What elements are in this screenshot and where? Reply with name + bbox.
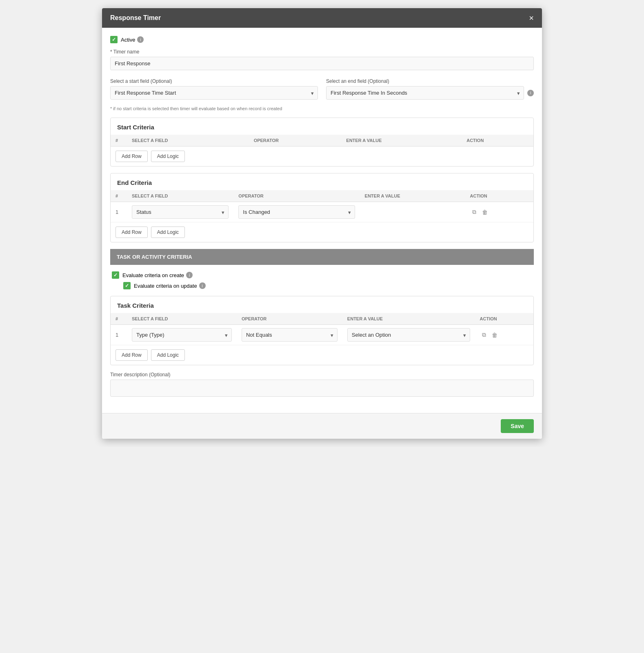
end-criteria-title: End Criteria xyxy=(111,173,533,190)
end-row-1-field: Status ▾ xyxy=(127,202,233,222)
hint-text: * if no start criteria is selected then … xyxy=(110,106,534,111)
task-col-action: ACTION xyxy=(475,313,533,325)
description-group: Timer description (Optional) xyxy=(110,372,534,397)
active-row: Active i xyxy=(110,36,534,43)
task-row-1-operator-select[interactable]: Not Equals xyxy=(242,328,338,342)
save-button[interactable]: Save xyxy=(501,419,534,433)
evaluate-on-update-checkbox[interactable] xyxy=(123,282,131,289)
end-criteria-body: 1 Status ▾ Is xyxy=(111,202,533,222)
evaluate-on-create-info-icon[interactable]: i xyxy=(186,272,193,278)
end-row-1-field-select[interactable]: Status xyxy=(132,205,229,219)
evaluate-on-update-info-icon[interactable]: i xyxy=(199,282,206,289)
task-col-field: SELECT A FIELD xyxy=(127,313,237,325)
task-add-row-button[interactable]: Add Row xyxy=(115,349,148,361)
start-col-value: ENTER A VALUE xyxy=(341,135,462,147)
end-field-select[interactable]: First Response Time In Seconds xyxy=(326,86,524,100)
active-info-icon[interactable]: i xyxy=(137,36,144,43)
task-criteria-table: # SELECT A FIELD OPERATOR ENTER A VALUE … xyxy=(111,313,533,345)
task-col-operator: OPERATOR xyxy=(237,313,342,325)
fields-row: Select a start field (Optional) First Re… xyxy=(110,78,534,100)
end-add-logic-button[interactable]: Add Logic xyxy=(151,227,185,238)
modal-body: Active i * Timer name Select a start fie… xyxy=(102,28,542,413)
end-col-field: SELECT A FIELD xyxy=(127,190,233,202)
timer-name-group: * Timer name xyxy=(110,49,534,70)
table-row: 1 Type (Type) ▾ xyxy=(111,325,533,345)
task-criteria-title: Task Criteria xyxy=(111,296,533,313)
evaluate-on-create-row: Evaluate criteria on create i xyxy=(112,271,534,279)
description-input[interactable] xyxy=(110,380,534,397)
modal-title: Response Timer xyxy=(110,14,161,22)
end-add-row-button[interactable]: Add Row xyxy=(115,227,148,238)
start-field-group: Select a start field (Optional) First Re… xyxy=(110,78,318,100)
table-row: 1 Status ▾ Is xyxy=(111,202,533,222)
start-col-field: SELECT A FIELD xyxy=(127,135,249,147)
evaluate-rows: Evaluate criteria on create i Evaluate c… xyxy=(110,271,534,289)
task-col-num: # xyxy=(111,313,127,325)
end-col-value: ENTER A VALUE xyxy=(360,190,465,202)
task-col-value: ENTER A VALUE xyxy=(342,313,475,325)
start-field-label: Select a start field (Optional) xyxy=(110,78,318,84)
end-criteria-section: End Criteria # SELECT A FIELD OPERATOR E… xyxy=(110,173,534,242)
start-add-logic-button[interactable]: Add Logic xyxy=(151,151,185,162)
task-criteria-btn-row: Add Row Add Logic xyxy=(111,345,533,365)
task-row-1-field: Type (Type) ▾ xyxy=(127,325,237,345)
evaluate-on-update-label: Evaluate criteria on update xyxy=(134,283,197,289)
task-criteria-body: 1 Type (Type) ▾ xyxy=(111,325,533,345)
end-row-1-action-icons: ⧉ 🗑 xyxy=(470,208,529,216)
timer-name-label: * Timer name xyxy=(110,49,534,55)
evaluate-on-create-checkbox[interactable] xyxy=(112,271,119,279)
start-field-select[interactable]: First Response Time Start xyxy=(110,86,318,100)
end-row-1-value xyxy=(360,202,465,222)
end-row-1-actions: ⧉ 🗑 xyxy=(465,202,533,222)
task-row-1-value-select[interactable]: Select an Option xyxy=(347,328,470,342)
start-criteria-table: # SELECT A FIELD OPERATOR ENTER A VALUE … xyxy=(111,135,533,147)
modal-footer: Save xyxy=(102,413,542,439)
start-criteria-btn-row: Add Row Add Logic xyxy=(111,147,533,166)
task-row-1-num: 1 xyxy=(111,325,127,345)
end-row-1-operator-select[interactable]: Is Changed xyxy=(238,205,355,219)
end-row-1-copy-button[interactable]: ⧉ xyxy=(470,208,478,216)
end-field-wrapper: First Response Time In Seconds ▾ i xyxy=(326,86,534,100)
task-row-1-copy-button[interactable]: ⧉ xyxy=(480,331,488,339)
start-criteria-title: Start Criteria xyxy=(111,118,533,135)
start-col-action: ACTION xyxy=(462,135,533,147)
end-row-1-delete-button[interactable]: 🗑 xyxy=(480,208,490,216)
end-col-action: ACTION xyxy=(465,190,533,202)
start-col-operator: OPERATOR xyxy=(249,135,342,147)
end-criteria-btn-row: Add Row Add Logic xyxy=(111,222,533,242)
task-add-logic-button[interactable]: Add Logic xyxy=(151,349,185,361)
active-checkbox[interactable] xyxy=(110,36,118,43)
end-col-num: # xyxy=(111,190,127,202)
active-label: Active xyxy=(121,37,135,43)
end-row-1-operator: Is Changed ▾ xyxy=(233,202,360,222)
task-row-1-delete-button[interactable]: 🗑 xyxy=(490,331,500,339)
task-activity-header: TASK OR ACTIVITY CRITERIA xyxy=(110,249,534,265)
description-label: Timer description (Optional) xyxy=(110,372,534,378)
task-row-1-value: Select an Option ▾ xyxy=(342,325,475,345)
end-col-operator: OPERATOR xyxy=(233,190,360,202)
end-row-1-num: 1 xyxy=(111,202,127,222)
timer-name-input[interactable] xyxy=(110,57,534,70)
end-field-select-wrapper: First Response Time In Seconds ▾ xyxy=(326,86,524,100)
end-criteria-table: # SELECT A FIELD OPERATOR ENTER A VALUE … xyxy=(111,190,533,222)
response-timer-modal: Response Timer × Active i * Timer name S… xyxy=(102,8,542,439)
start-criteria-section: Start Criteria # SELECT A FIELD OPERATOR… xyxy=(110,118,534,167)
task-row-1-action-icons: ⧉ 🗑 xyxy=(480,331,529,339)
task-row-1-actions: ⧉ 🗑 xyxy=(475,325,533,345)
modal-header: Response Timer × xyxy=(102,8,542,28)
end-field-label: Select an end field (Optional) xyxy=(326,78,534,84)
evaluate-on-update-row: Evaluate criteria on update i xyxy=(112,282,534,289)
task-row-1-operator: Not Equals ▾ xyxy=(237,325,342,345)
task-activity-title: TASK OR ACTIVITY CRITERIA xyxy=(117,254,192,260)
close-button[interactable]: × xyxy=(529,14,534,22)
task-row-1-field-select[interactable]: Type (Type) xyxy=(132,328,232,342)
start-col-num: # xyxy=(111,135,127,147)
start-field-select-wrapper: First Response Time Start ▾ xyxy=(110,86,318,100)
task-criteria-section: Task Criteria # SELECT A FIELD OPERATOR … xyxy=(110,296,534,365)
start-add-row-button[interactable]: Add Row xyxy=(115,151,148,162)
evaluate-on-create-label: Evaluate criteria on create xyxy=(122,272,184,278)
end-field-group: Select an end field (Optional) First Res… xyxy=(326,78,534,100)
end-field-info-icon[interactable]: i xyxy=(527,90,534,96)
